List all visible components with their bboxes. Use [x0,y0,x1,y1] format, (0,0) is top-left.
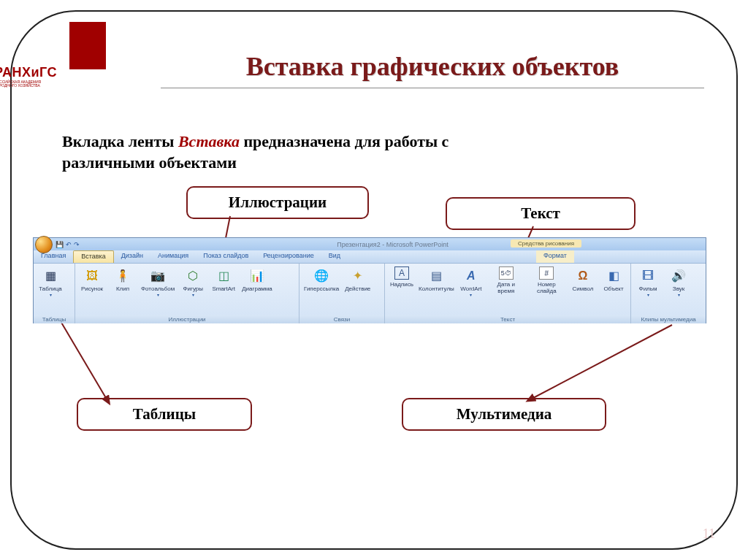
callout-text: Текст [446,197,636,230]
object-button[interactable]: ◧Объект [599,265,628,294]
clip-label: Клип [116,285,129,292]
action-icon: ✦ [349,266,367,284]
chevron-down-icon: ▾ [192,292,194,299]
group-label-media: Клипы мультимедиа [631,315,706,323]
action-label: Действие [345,285,370,292]
wordart-label: WordArt [460,285,481,292]
sound-button[interactable]: 🔊Звук▾ [664,265,693,300]
org-logo: РАНХиГС РОССИЙСКАЯ АКАДЕМИЯ НАРОДНОГО ХО… [0,63,57,89]
ribbon-groups: ▦ Таблица ▾ Таблицы 🖼Рисунок 🧍Клип 📷Фото… [34,264,706,323]
smartart-button[interactable]: ◫SmartArt [209,265,238,294]
shapes-button[interactable]: ⬡Фигуры▾ [178,265,207,300]
powerpoint-ribbon: 💾 ↶ ↷ Презентация2 - Microsoft PowerPoin… [33,237,706,323]
chevron-down-icon: ▾ [50,292,52,299]
object-label: Объект [603,285,623,292]
picture-icon: 🖼 [83,266,101,284]
group-text: AНадпись ▤Колонтитулы AWordArt▾ 5⏱Дата и… [385,264,631,323]
shapes-icon: ⬡ [184,266,202,284]
context-tab-label: Средства рисования [511,239,581,248]
smartart-icon: ◫ [215,266,232,284]
tab-insert[interactable]: Вставка [73,250,113,263]
chevron-down-icon: ▾ [470,292,472,299]
svg-line-3 [533,325,672,398]
body-text: Вкладка ленты Вставка предназначена для … [62,131,471,173]
tab-format[interactable]: Формат [536,250,574,263]
svg-line-2 [58,318,106,398]
hyperlink-label: Гиперссылка [304,285,339,292]
table-button[interactable]: ▦ Таблица ▾ [36,265,65,300]
symbol-button[interactable]: ΩСимвол [568,265,598,294]
tab-animation[interactable]: Анимация [150,250,196,263]
datetime-icon: 5⏱ [499,266,514,280]
picture-button[interactable]: 🖼Рисунок [77,265,107,294]
headerfooter-button[interactable]: ▤Колонтитулы [418,265,455,294]
arrow-tables [55,314,113,402]
slide-title: Вставка графических объектов [161,51,704,88]
headerfooter-icon: ▤ [427,266,445,284]
ribbon-tabs: Главная Вставка Дизайн Анимация Показ сл… [34,250,706,264]
object-icon: ◧ [605,266,622,284]
callout-multimedia: Мультимедиа [402,398,606,431]
group-label-text: Текст [385,315,630,323]
clip-button[interactable]: 🧍Клип [108,265,137,294]
save-icon[interactable]: 💾 [56,241,64,248]
quick-access-toolbar: 💾 ↶ ↷ [56,241,80,248]
tab-slideshow[interactable]: Показ слайдов [196,250,256,263]
movie-icon: 🎞 [639,266,657,284]
hyperlink-icon: 🌐 [313,266,330,284]
clip-icon: 🧍 [114,266,131,284]
arrow-multimedia [533,321,679,402]
smartart-label: SmartArt [212,285,235,292]
tab-view[interactable]: Вид [321,250,348,263]
album-button[interactable]: 📷Фотоальбом▾ [139,265,177,300]
sound-label: Звук [673,285,684,292]
slidenum-label: Номер слайда [529,281,565,294]
shapes-label: Фигуры [183,285,203,292]
decorative-red-block [69,22,106,69]
group-media: 🎞Фильм▾ 🔊Звук▾ Клипы мультимедиа [631,264,706,323]
titlebar: 💾 ↶ ↷ Презентация2 - Microsoft PowerPoin… [34,238,706,250]
wordart-button[interactable]: AWordArt▾ [457,265,486,300]
callout-tables: Таблицы [77,398,252,431]
callout-illustrations: Иллюстрации [186,186,369,219]
org-sub2: НАРОДНОГО ХОЗЯЙСТВА [0,84,57,88]
group-label-links: Связи [299,315,384,323]
action-button[interactable]: ✦Действие [343,265,373,294]
slidenum-button[interactable]: #Номер слайда [527,265,567,296]
wordart-icon: A [462,266,480,284]
datetime-label: Дата и время [489,281,523,294]
tab-review[interactable]: Рецензирование [256,250,321,263]
group-label-illustrations: Иллюстрации [75,315,299,323]
symbol-icon: Ω [574,266,592,284]
body-em: Вставка [178,132,240,150]
datetime-button[interactable]: 5⏱Дата и время [487,265,525,296]
picture-label: Рисунок [81,285,103,292]
textbox-button[interactable]: AНадпись [387,265,416,289]
chevron-down-icon: ▾ [157,292,159,299]
chevron-down-icon: ▾ [647,292,649,299]
movie-button[interactable]: 🎞Фильм▾ [633,265,663,300]
redo-icon[interactable]: ↷ [74,241,80,248]
office-button[interactable] [35,236,53,253]
headerfooter-label: Колонтитулы [419,285,454,292]
chevron-down-icon: ▾ [678,292,680,299]
group-illustrations: 🖼Рисунок 🧍Клип 📷Фотоальбом▾ ⬡Фигуры▾ ◫Sm… [75,264,299,323]
chart-icon: 📊 [248,266,266,284]
slidenum-icon: # [539,266,554,280]
textbox-label: Надпись [390,281,413,288]
table-label: Таблица [39,285,61,292]
hyperlink-button[interactable]: 🌐Гиперссылка [302,265,341,294]
body-pre: Вкладка ленты [62,132,178,150]
undo-icon[interactable]: ↶ [66,241,72,248]
tab-design[interactable]: Дизайн [114,250,150,263]
album-icon: 📷 [149,266,167,284]
group-label-tables: Таблицы [34,315,75,323]
textbox-icon: A [394,266,409,280]
movie-label: Фильм [639,285,657,292]
page-number: 11 [703,526,715,542]
org-name: РАНХиГС [0,65,57,80]
symbol-label: Символ [573,285,594,292]
chart-button[interactable]: 📊Диаграмма [240,265,275,294]
album-label: Фотоальбом [141,285,175,292]
window-title: Презентация2 - Microsoft PowerPoint [80,241,706,248]
